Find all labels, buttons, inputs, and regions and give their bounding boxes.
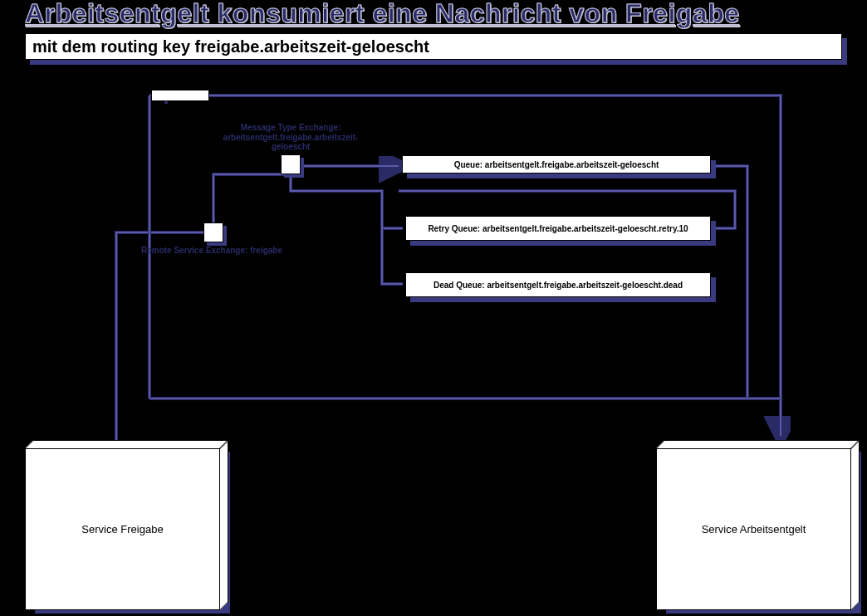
message-type-exchange-node: [281, 154, 301, 174]
region-tab: [151, 90, 209, 101]
subtitle-text: mit dem routing key freigabe.arbeitszeit…: [25, 33, 842, 60]
subtitle-box: mit dem routing key freigabe.arbeitszeit…: [25, 33, 842, 60]
page-title: Arbeitsentgelt konsumiert eine Nachricht…: [25, 0, 739, 29]
service-freigabe-box: Service Freigabe: [25, 448, 220, 610]
remote-service-exchange-node: [203, 222, 223, 242]
service-freigabe-label: Service Freigabe: [81, 523, 163, 535]
queue-dead: Dead Queue: arbeitsentgelt.freigabe.arbe…: [405, 272, 711, 297]
queue-retry: Retry Queue: arbeitsentgelt.freigabe.arb…: [405, 216, 711, 241]
remote-service-exchange-label: Remote Service Exchange: freigabe: [129, 246, 295, 256]
message-type-exchange-label: Message Type Exchange: arbeitsentgelt.fr…: [208, 123, 374, 152]
queue-main: Queue: arbeitsentgelt.freigabe.arbeitsze…: [402, 155, 711, 174]
service-arbeitsentgelt-label: Service Arbeitsentgelt: [702, 523, 806, 535]
service-arbeitsentgelt-box: Service Arbeitsentgelt: [656, 448, 851, 610]
